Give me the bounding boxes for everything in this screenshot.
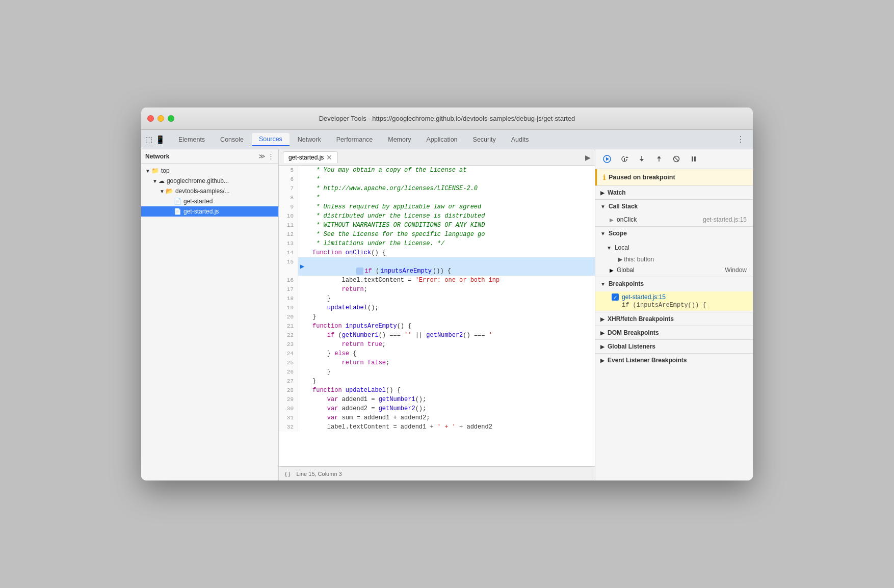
tab-performance[interactable]: Performance — [329, 133, 380, 146]
callstack-label: Call Stack — [609, 203, 638, 210]
code-position: Line 15, Column 3 — [296, 471, 341, 477]
local-scope-label: Local — [615, 244, 629, 251]
watch-label: Watch — [608, 189, 626, 196]
code-line-13: 13 * limitations under the License. */ — [279, 239, 595, 248]
callstack-fn-loc: get-started.js:15 — [703, 216, 747, 223]
step-over-button[interactable] — [618, 152, 631, 166]
tree-item-get-started[interactable]: 📄 get-started — [141, 196, 278, 206]
format-icon[interactable]: { } — [285, 471, 290, 477]
callstack-fn-name: onClick — [617, 216, 637, 223]
breakpoints-section-header[interactable]: ▼ Breakpoints — [595, 277, 753, 290]
svg-marker-7 — [657, 156, 661, 158]
code-line-32: 32 label.textContent = addend1 + ' + ' +… — [279, 422, 595, 432]
window-title: Developer Tools - https://googlechrome.g… — [319, 115, 575, 122]
code-tab-label: get-started.js — [288, 154, 324, 161]
code-panel: get-started.js ✕ ▶ 5 * You may obtain a … — [279, 149, 595, 480]
watch-section-header[interactable]: ▶ Watch — [595, 185, 753, 199]
breakpoint-banner-text: Paused on breakpoint — [609, 174, 675, 181]
svg-rect-10 — [692, 156, 693, 162]
dom-arrow-icon: ▶ — [600, 330, 604, 336]
breakpoint-checkbox[interactable]: ✓ — [612, 293, 619, 301]
tab-memory[interactable]: Memory — [381, 133, 418, 146]
global-listeners-arrow-icon: ▶ — [600, 344, 604, 350]
tree-item-github[interactable]: ▼ ☁ googlechrome.github... — [141, 176, 278, 186]
more-options-icon[interactable]: ⋮ — [268, 152, 274, 160]
devtools-window: Developer Tools - https://googlechrome.g… — [141, 108, 753, 480]
xhr-label: XHR/fetch Breakpoints — [608, 315, 674, 323]
main-content: Network ≫ ⋮ ▼ 📁 top ▼ ☁ googlechrome.git… — [141, 149, 753, 480]
dom-section-header[interactable]: ▶ DOM Breakpoints — [595, 326, 753, 339]
tree-item-get-started-js[interactable]: 📄 get-started.js — [141, 206, 278, 217]
file-panel-label: Network — [145, 153, 169, 160]
code-panel-header: get-started.js ✕ ▶ — [279, 149, 595, 166]
resume-button[interactable] — [600, 152, 614, 166]
tab-network[interactable]: Network — [291, 133, 328, 146]
svg-marker-2 — [625, 156, 628, 158]
inspect-icon[interactable]: ⬚ — [145, 135, 152, 144]
expand-all-icon[interactable]: ≫ — [258, 152, 266, 160]
global-scope-value: Window — [725, 266, 747, 274]
scope-label: Scope — [609, 230, 627, 237]
file-tree: ▼ 📁 top ▼ ☁ googlechrome.github... ▼ 📂 d… — [141, 164, 278, 480]
breakpoints-label: Breakpoints — [609, 280, 644, 287]
device-icon[interactable]: 📱 — [155, 135, 165, 144]
step-out-button[interactable] — [652, 152, 666, 166]
code-line-14: 14 function onClick() { — [279, 248, 595, 257]
global-listeners-section-header[interactable]: ▶ Global Listeners — [595, 339, 753, 353]
event-listener-arrow-icon: ▶ — [600, 358, 604, 363]
xhr-section-header[interactable]: ▶ XHR/fetch Breakpoints — [595, 312, 753, 326]
code-line-7: 7 * http://www.apache.org/licenses/LICEN… — [279, 184, 595, 193]
global-scope-label: Global — [617, 266, 725, 274]
step-into-button[interactable] — [635, 152, 648, 166]
code-footer: { } Line 15, Column 3 — [279, 466, 595, 480]
tab-console[interactable]: Console — [213, 133, 251, 146]
file-panel: Network ≫ ⋮ ▼ 📁 top ▼ ☁ googlechrome.git… — [141, 149, 279, 480]
code-line-12: 12 * See the License for the specific la… — [279, 230, 595, 239]
code-line-25: 25 return false; — [279, 358, 595, 367]
breakpoints-content: ✓ get-started.js:15 if (inputsAreEmpty()… — [595, 290, 753, 312]
code-area[interactable]: 5 * You may obtain a copy of the License… — [279, 166, 595, 466]
file-panel-header: Network ≫ ⋮ — [141, 149, 278, 164]
pause-on-exception-button[interactable] — [687, 152, 700, 166]
close-button[interactable] — [147, 115, 154, 122]
scope-section-header[interactable]: ▼ Scope — [595, 226, 753, 240]
tab-security[interactable]: Security — [466, 133, 503, 146]
deactivate-breakpoints-button[interactable] — [670, 152, 683, 166]
info-icon: ℹ — [603, 173, 606, 181]
breakpoint-filename: get-started.js:15 — [622, 293, 666, 301]
tree-item-top[interactable]: ▼ 📁 top — [141, 166, 278, 176]
event-listener-section-header[interactable]: ▶ Event Listener Breakpoints — [595, 353, 753, 367]
maximize-button[interactable] — [168, 115, 174, 122]
breakpoint-item-15: ✓ get-started.js:15 if (inputsAreEmpty()… — [595, 291, 753, 311]
local-scope-header[interactable]: ▼ Local — [595, 241, 753, 254]
code-line-9: 9 * Unless required by applicable law or… — [279, 202, 595, 211]
global-listeners-label: Global Listeners — [608, 343, 655, 350]
callstack-section-header[interactable]: ▼ Call Stack — [595, 199, 753, 213]
tab-audits[interactable]: Audits — [504, 133, 536, 146]
breakpoint-banner: ℹ Paused on breakpoint — [595, 169, 753, 185]
callstack-item-onclick[interactable]: ▶ onClick get-started.js:15 — [595, 214, 753, 225]
traffic-lights — [147, 115, 174, 122]
title-bar: Developer Tools - https://googlechrome.g… — [141, 108, 753, 130]
scope-arrow-icon: ▼ — [600, 231, 606, 236]
svg-line-9 — [674, 157, 678, 161]
global-scope-row[interactable]: ▶ Global Window — [595, 264, 753, 276]
code-line-5: 5 * You may obtain a copy of the License… — [279, 166, 595, 175]
navigate-right-icon[interactable]: ▶ — [585, 153, 591, 162]
code-line-27: 27 } — [279, 377, 595, 386]
more-tabs-button[interactable]: ⋮ — [732, 132, 749, 146]
tree-item-devtools[interactable]: ▼ 📂 devtools-samples/... — [141, 186, 278, 196]
code-tab-close[interactable]: ✕ — [326, 154, 332, 161]
breakpoint-code: if (inputsAreEmpty()) { — [612, 302, 706, 309]
minimize-button[interactable] — [157, 115, 164, 122]
code-line-6: 6 * — [279, 175, 595, 184]
code-line-28: 28 function updateLabel() { — [279, 386, 595, 395]
scope-this-item: ▶ this: button — [595, 254, 753, 264]
code-line-29: 29 var addend1 = getNumber1(); — [279, 395, 595, 404]
tab-application[interactable]: Application — [419, 133, 464, 146]
tab-elements[interactable]: Elements — [171, 133, 212, 146]
code-tab-get-started-js[interactable]: get-started.js ✕ — [283, 151, 338, 163]
event-listener-label: Event Listener Breakpoints — [608, 357, 687, 364]
svg-marker-5 — [640, 159, 644, 162]
tab-sources[interactable]: Sources — [252, 133, 290, 146]
